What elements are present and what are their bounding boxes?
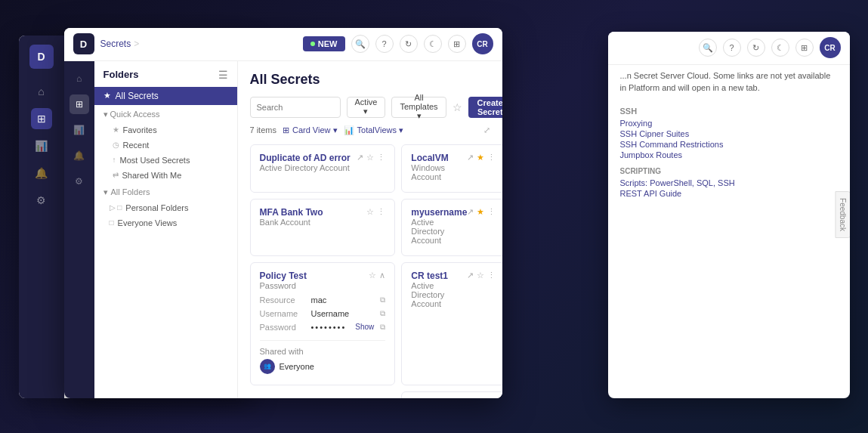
- star-icon-2[interactable]: ★: [477, 153, 484, 162]
- bg-right-search-icon[interactable]: 🔍: [699, 39, 717, 57]
- secrets-grid: Duplicate of AD error Active Directory A…: [250, 144, 490, 398]
- star-icon: ★: [113, 125, 119, 134]
- secret-name-1[interactable]: Duplicate of AD error: [260, 153, 351, 163]
- secret-card-4-info: myusername Active Directory Account: [411, 207, 467, 245]
- bg-right-theme-icon[interactable]: ☾: [771, 39, 789, 57]
- copy-username-icon[interactable]: ⧉: [380, 309, 385, 318]
- star-icon-6[interactable]: ☆: [477, 271, 484, 280]
- favorites-filter-btn[interactable]: ☆: [453, 101, 462, 113]
- folder-most-used[interactable]: ↑ Most Used Secrets: [94, 153, 237, 168]
- ssh-link-3[interactable]: Jumpbox Routes: [620, 150, 838, 159]
- search-icon-btn[interactable]: 🔍: [351, 35, 369, 53]
- nav-secrets-icon[interactable]: ⊞: [70, 94, 89, 114]
- username-value: Username: [311, 309, 375, 318]
- ssh-link-0[interactable]: Proxying: [620, 119, 838, 128]
- new-btn-label: NEW: [318, 39, 338, 48]
- menu-icon-3[interactable]: ⋮: [377, 207, 385, 217]
- folder-all-secrets[interactable]: ★ All Secrets: [94, 87, 237, 105]
- launch-icon-6[interactable]: ↗: [467, 271, 474, 280]
- secret-icons-1: ↗ ☆ ⋮: [357, 153, 385, 162]
- sidebar-admin-icon[interactable]: ⚙: [31, 190, 52, 211]
- folder-shared-with-me[interactable]: ⇄ Shared With Me: [94, 168, 237, 183]
- password-value: ••••••••: [311, 323, 347, 332]
- secrets-search-input[interactable]: [250, 97, 341, 118]
- secret-name-4[interactable]: myusername: [411, 207, 467, 218]
- bg-right-grid-icon[interactable]: ⊞: [795, 39, 814, 57]
- new-button[interactable]: NEW: [303, 36, 345, 51]
- bg-right-refresh-icon[interactable]: ↻: [747, 39, 765, 57]
- folder-favorites[interactable]: ★ Favorites: [94, 122, 237, 138]
- launch-icon-4[interactable]: ↗: [467, 207, 474, 217]
- secret-card-6-header: CR test1 Active Directory Account ↗ ☆ ⋮: [411, 271, 496, 308]
- user-avatar-btn[interactable]: CR: [472, 33, 493, 54]
- active-filter-btn[interactable]: Active ▾: [347, 97, 386, 118]
- sidebar-alerts-icon[interactable]: 🔔: [31, 162, 52, 184]
- menu-icon-1[interactable]: ⋮: [377, 153, 385, 162]
- bg-right-intro: ...n Secret Server Cloud. Some links are…: [620, 70, 838, 94]
- launch-icon-1[interactable]: ↗: [357, 153, 363, 162]
- copy-resource-icon[interactable]: ⧉: [380, 295, 385, 305]
- secret-type-4: Active Directory Account: [411, 218, 467, 245]
- nav-home-icon[interactable]: ⌂: [70, 69, 89, 88]
- share-icon: ⇄: [113, 171, 119, 179]
- folder-add-icon[interactable]: ☰: [218, 69, 228, 81]
- ssh-link-1[interactable]: SSH Cipner Suites: [620, 129, 838, 138]
- folder-everyone-views[interactable]: □ Everyone Views: [94, 215, 237, 230]
- secret-card-7: test20 Azure AD Account ☆ ⋮: [401, 391, 502, 398]
- secret-card-3: MFA Bank Two Bank Account ☆ ⋮: [250, 199, 396, 256]
- star-icon-4[interactable]: ★: [477, 207, 484, 217]
- help-icon-btn[interactable]: ?: [375, 35, 394, 53]
- menu-icon-6[interactable]: ⋮: [487, 271, 496, 280]
- left-sidebar: D ⌂ ⊞ 📊 🔔 ⚙: [19, 36, 64, 398]
- total-views-toggle[interactable]: 📊 TotalViews ▾: [344, 125, 403, 135]
- star-icon-1[interactable]: ☆: [366, 153, 374, 162]
- menu-icon-4[interactable]: ⋮: [487, 207, 496, 217]
- secret-name-3[interactable]: MFA Bank Two: [260, 207, 323, 218]
- menu-icon-2[interactable]: ⋮: [487, 153, 496, 162]
- copy-password-icon[interactable]: ⧉: [380, 323, 385, 332]
- folder-title: Folders: [103, 69, 139, 80]
- personal-folders-label: Personal Folders: [125, 203, 188, 212]
- expand-icon[interactable]: ⤢: [483, 125, 490, 135]
- collapse-icon-5[interactable]: ∧: [379, 271, 385, 280]
- card-view-toggle[interactable]: ⊞ Card View ▾: [283, 125, 338, 135]
- secret-name-5[interactable]: Policy Test: [260, 271, 307, 281]
- secret-name-2[interactable]: LocalVM: [411, 153, 467, 163]
- star-icon-3[interactable]: ☆: [366, 207, 374, 217]
- grid-icon-btn[interactable]: ⊞: [448, 35, 466, 53]
- bg-right-help-icon[interactable]: ?: [723, 39, 741, 57]
- theme-icon-btn[interactable]: ☾: [424, 35, 442, 53]
- folder-personal[interactable]: ▷ □ Personal Folders: [94, 200, 237, 215]
- nav-settings-icon[interactable]: ⚙: [70, 172, 89, 191]
- star-icon-5[interactable]: ☆: [369, 271, 376, 280]
- ssh-link-2[interactable]: SSH Command Restrictions: [620, 140, 838, 149]
- scripting-link-0[interactable]: Scripts: PowerShell, SQL, SSH: [620, 178, 838, 187]
- breadcrumb-secrets[interactable]: Secrets: [100, 39, 131, 49]
- sidebar-home-icon[interactable]: ⌂: [31, 81, 52, 102]
- secret-card-2: LocalVM Windows Account ↗ ★ ⋮: [401, 144, 502, 193]
- secret-card-4: myusername Active Directory Account ↗ ★ …: [401, 199, 502, 256]
- grid-view-icon: ⊞: [283, 125, 289, 135]
- refresh-icon-btn[interactable]: ↻: [400, 35, 418, 53]
- templates-filter-btn[interactable]: All Templates ▾: [391, 97, 446, 118]
- chart-icon: 📊: [344, 125, 354, 135]
- scripting-link-1[interactable]: REST API Guide: [620, 189, 838, 198]
- secrets-title: All Secrets: [250, 72, 490, 88]
- sidebar-reports-icon[interactable]: 📊: [31, 135, 52, 156]
- secret-name-6[interactable]: CR test1: [411, 271, 467, 281]
- secret-card-6: CR test1 Active Directory Account ↗ ☆ ⋮: [401, 262, 502, 385]
- launch-icon-2[interactable]: ↗: [467, 153, 474, 162]
- secret-card-2-info: LocalVM Windows Account: [411, 153, 467, 181]
- nav-reports-icon[interactable]: 📊: [70, 120, 89, 140]
- quick-access-label: ▾ Quick Access: [94, 105, 237, 122]
- bg-right-avatar[interactable]: CR: [820, 37, 841, 58]
- secret-card-5: Policy Test Password ☆ ∧ Resource mac ⧉: [250, 262, 396, 385]
- folder-recent[interactable]: ◷ Recent: [94, 138, 237, 153]
- secret-type-2: Windows Account: [411, 163, 467, 181]
- all-secrets-label: All Secrets: [116, 91, 159, 101]
- feedback-tab[interactable]: Feedback: [835, 191, 849, 238]
- show-password-btn[interactable]: Show: [355, 323, 374, 331]
- sidebar-secrets-icon[interactable]: ⊞: [31, 108, 52, 129]
- nav-bell-icon[interactable]: 🔔: [70, 146, 89, 165]
- create-secret-btn[interactable]: Create Secret: [468, 97, 502, 118]
